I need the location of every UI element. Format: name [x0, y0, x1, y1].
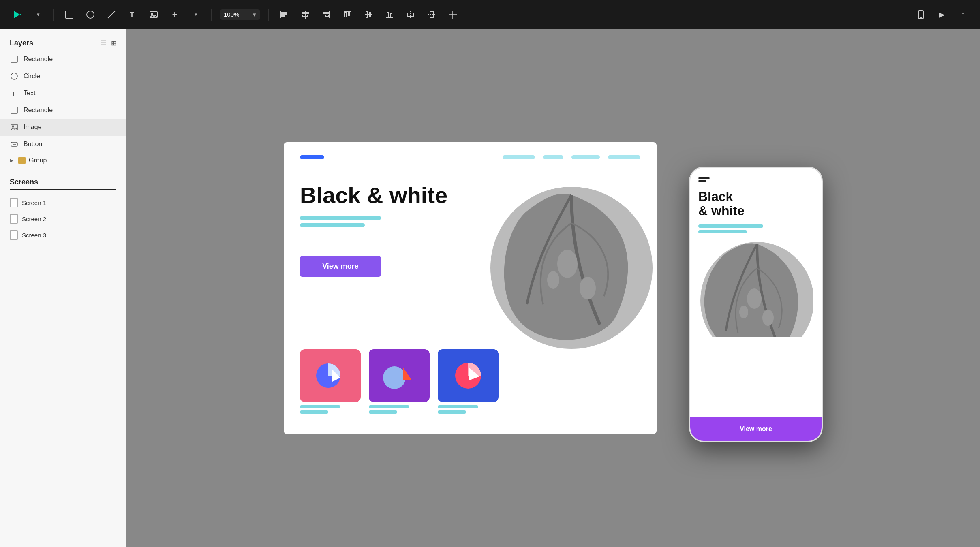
svg-rect-1: [66, 11, 73, 18]
svg-rect-8: [282, 13, 287, 14]
canvas-button-label: View more: [322, 262, 359, 271]
screen-item-2[interactable]: Screen 2: [10, 211, 116, 227]
svg-rect-17: [345, 12, 347, 17]
circle-tool[interactable]: [83, 7, 98, 22]
fit-to-screen[interactable]: [445, 7, 460, 22]
zoom-control[interactable]: 100% ▾: [220, 9, 260, 20]
nav-link-2: [543, 155, 563, 159]
svg-text:T: T: [12, 90, 15, 97]
layer-image1-label: Image: [24, 124, 41, 131]
card-image-2: [369, 349, 430, 402]
sidebar: Layers ☰ ⊞ Rectangle Circle T Text: [0, 29, 126, 547]
canvas-view-more-button[interactable]: View more: [300, 256, 381, 277]
card3-chart: [448, 355, 488, 396]
design-canvas[interactable]: Black & white View more: [284, 142, 657, 434]
layer-item-text1[interactable]: T Text: [0, 85, 126, 102]
mobile-preview-icon[interactable]: [914, 7, 928, 22]
mobile-title: Black& white: [698, 190, 813, 218]
hamburger-line-2: [698, 180, 706, 182]
align-bottom[interactable]: [382, 7, 397, 22]
card1-line1: [300, 405, 340, 408]
canvas-nav: [300, 155, 640, 159]
svg-point-52: [747, 288, 762, 309]
main-area: Layers ☰ ⊞ Rectangle Circle T Text: [0, 29, 980, 547]
mobile-leaf-svg: [698, 240, 813, 337]
leaf-svg: [486, 183, 657, 353]
dropdown-arrow[interactable]: ▾: [31, 7, 45, 22]
svg-rect-36: [11, 107, 17, 113]
layer-item-button1[interactable]: Button: [0, 136, 126, 153]
layer-group1-label: Group: [29, 157, 47, 164]
layer-item-rectangle2[interactable]: Rectangle: [0, 102, 126, 119]
line-tool[interactable]: [104, 7, 119, 22]
align-right[interactable]: [319, 7, 334, 22]
screen-item-1[interactable]: Screen 1: [10, 194, 116, 211]
list-view-icon[interactable]: ☰: [101, 39, 106, 47]
nav-link-1: [503, 155, 535, 159]
canvas-hero: Black & white: [300, 183, 447, 227]
mobile-button-label: View more: [740, 425, 772, 432]
select-tool[interactable]: [10, 7, 24, 22]
image-layer-icon: [10, 123, 19, 132]
align-horizontal-left[interactable]: [277, 7, 291, 22]
align-center-h[interactable]: [298, 7, 312, 22]
rectangle-tool[interactable]: [62, 7, 77, 22]
screen3-label: Screen 3: [22, 232, 46, 239]
layer-item-circle1[interactable]: Circle: [0, 68, 126, 85]
grid-view-icon[interactable]: ⊞: [111, 39, 116, 47]
nav-link-3: [571, 155, 600, 159]
align-middle-v[interactable]: [361, 7, 376, 22]
add-tool[interactable]: +: [167, 7, 182, 22]
hamburger-line-1: [698, 177, 710, 179]
button-layer-icon: [10, 140, 19, 149]
rectangle2-layer-icon: [10, 106, 19, 115]
divider3: [268, 9, 269, 21]
svg-rect-18: [348, 12, 350, 15]
svg-point-38: [12, 126, 14, 127]
add-dropdown[interactable]: ▾: [188, 7, 203, 22]
screen-item-3[interactable]: Screen 3: [10, 227, 116, 243]
rectangle-layer-icon: [10, 55, 19, 64]
svg-marker-48: [403, 368, 411, 380]
card2-line2: [369, 410, 397, 414]
svg-rect-9: [282, 15, 285, 17]
card2-labels: [369, 405, 430, 414]
canvas-card-3: [438, 349, 499, 414]
zoom-dropdown-icon[interactable]: ▾: [253, 11, 256, 18]
canvas-image-area: [486, 183, 657, 353]
canvas-wrapper: Black & white View more: [284, 134, 823, 442]
card1-labels: [300, 405, 361, 414]
distribute-h[interactable]: [424, 7, 439, 22]
nav-links: [503, 155, 640, 159]
mobile-subtitle-line-1: [698, 224, 763, 228]
mobile-hamburger-icon[interactable]: [698, 177, 710, 182]
layer-text1-label: Text: [24, 90, 35, 97]
play-icon[interactable]: ▶: [935, 7, 949, 22]
distribute-v[interactable]: [403, 7, 418, 22]
card2-line1: [369, 405, 409, 408]
svg-rect-14: [324, 12, 329, 14]
align-top[interactable]: [340, 7, 355, 22]
svg-point-54: [739, 306, 748, 318]
layer-item-rectangle1[interactable]: Rectangle: [0, 51, 126, 68]
svg-point-34: [11, 73, 17, 79]
circle-layer-icon: [10, 72, 19, 81]
canvas-area: Black & white View more: [126, 29, 980, 547]
text-tool[interactable]: T: [125, 7, 140, 22]
layer-item-group1[interactable]: ▶ Group: [0, 153, 126, 168]
nav-link-4: [608, 155, 640, 159]
group-chevron: ▶: [10, 158, 13, 163]
upload-icon[interactable]: ↑: [956, 7, 970, 22]
svg-line-3: [108, 11, 115, 18]
zoom-value: 100%: [224, 11, 239, 18]
card2-chart: [379, 355, 419, 396]
layer-button1-label: Button: [24, 141, 42, 148]
divider: [53, 9, 54, 21]
mobile-leaf-area: [698, 240, 813, 337]
card-image-3: [438, 349, 499, 402]
svg-point-6: [151, 13, 153, 15]
card1-chart: [310, 355, 351, 396]
mobile-view-more-button[interactable]: View more: [690, 417, 822, 441]
image-tool[interactable]: [146, 7, 161, 22]
layer-item-image1[interactable]: Image: [0, 119, 126, 136]
